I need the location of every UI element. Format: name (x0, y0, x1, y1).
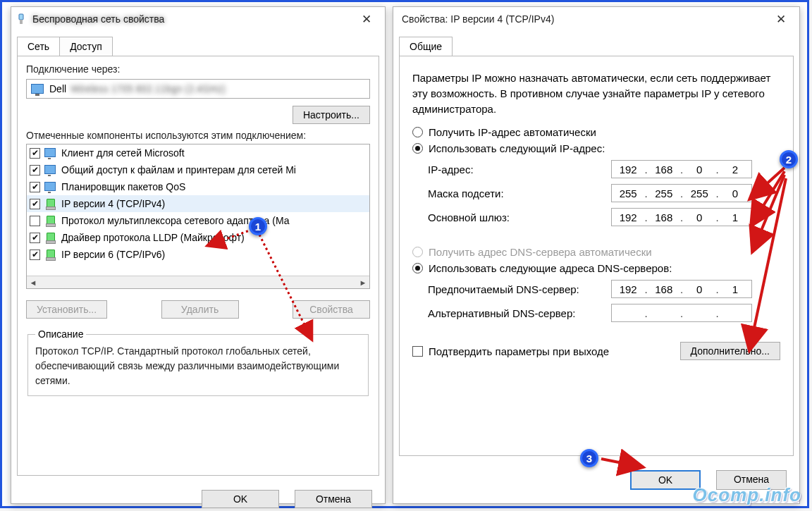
component-label: IP версии 6 (TCP/IPv6) (61, 249, 165, 260)
component-icon (44, 165, 57, 175)
scroll-left-icon[interactable]: ◄ (27, 278, 39, 287)
component-icon (44, 199, 57, 209)
horizontal-scrollbar[interactable]: ◄ ► (27, 276, 369, 288)
dns2-input[interactable]: ... (611, 304, 752, 322)
component-item[interactable]: ✔IP версии 6 (TCP/IPv6) (27, 246, 369, 263)
radio-manual-dns[interactable]: Использовать следующие адреса DNS-сервер… (412, 262, 780, 274)
components-label: Отмеченные компоненты используются этим … (26, 130, 370, 141)
ip-label: IP-адрес: (428, 164, 611, 176)
configure-button[interactable]: Настроить... (293, 106, 370, 124)
gateway-label: Основной шлюз: (428, 211, 611, 223)
component-label: Драйвер протокола LLDP (Майкрософт) (61, 232, 245, 243)
component-icon (44, 182, 57, 192)
checkbox-icon[interactable]: ✔ (30, 165, 40, 176)
description-group: Описание Протокол TCP/IP. Стандартный пр… (27, 328, 369, 396)
component-item[interactable]: Протокол мультиплексора сетевого адаптер… (27, 212, 369, 229)
description-text: Протокол TCP/IP. Стандартный протокол гл… (35, 344, 361, 388)
ok-button[interactable]: OK (202, 490, 279, 508)
ip-address-input[interactable]: 192.168.0.2 (611, 160, 752, 178)
radio-auto-dns: Получить адрес DNS-сервера автоматически (412, 246, 780, 258)
mask-label: Маска подсети: (428, 187, 611, 199)
ipv4-properties-dialog: Свойства: IP версии 4 (TCP/IPv4) ✕ Общие… (393, 6, 800, 504)
ok-button[interactable]: OK (630, 470, 701, 490)
window-title: Беспроводная сеть свойства (32, 13, 352, 25)
component-label: Общий доступ к файлам и принтерам для се… (61, 164, 296, 176)
checkbox-icon (412, 346, 423, 357)
help-text: Параметры IP можно назначать автоматичес… (412, 70, 780, 116)
tab-network[interactable]: Сеть (17, 37, 60, 56)
advanced-button[interactable]: Дополнительно... (680, 342, 780, 360)
radio-auto-ip[interactable]: Получить IP-адрес автоматически (412, 126, 780, 138)
checkbox-icon[interactable]: ✔ (30, 233, 40, 243)
component-icon (44, 148, 57, 158)
connect-via-label: Подключение через: (26, 63, 370, 75)
checkbox-icon[interactable]: ✔ (30, 148, 40, 159)
svg-rect-0 (19, 14, 23, 20)
component-item[interactable]: ✔Драйвер протокола LLDP (Майкрософт) (27, 229, 369, 246)
checkbox-icon[interactable]: ✔ (30, 182, 40, 192)
checkbox-icon[interactable]: ✔ (30, 250, 40, 260)
radio-icon (412, 127, 423, 137)
radio-icon (412, 263, 423, 273)
connection-properties-dialog: Беспроводная сеть свойства ✕ Сеть Доступ… (11, 6, 386, 504)
cancel-button[interactable]: Отмена (295, 490, 372, 508)
properties-button[interactable]: Свойства (293, 300, 370, 319)
watermark: Ocomp.info (693, 484, 801, 506)
subnet-mask-input[interactable]: 255.255.255.0 (611, 184, 752, 202)
radio-icon (412, 247, 423, 257)
component-icon (44, 233, 57, 242)
close-button[interactable]: ✕ (767, 9, 795, 29)
adapter-box[interactable]: Dell Wireless 1705 802.11bgn (2.4GHz) (26, 79, 370, 99)
radio-icon (412, 143, 423, 154)
ipv4-window-title: Свойства: IP версии 4 (TCP/IPv4) (398, 13, 767, 25)
checkbox-icon[interactable]: ✔ (30, 199, 40, 209)
remove-button[interactable]: Удалить (161, 300, 239, 319)
component-item[interactable]: ✔Общий доступ к файлам и принтерам для с… (27, 161, 369, 178)
svg-rect-1 (20, 20, 23, 24)
annotation-3: 3 (580, 449, 598, 467)
description-legend: Описание (35, 328, 86, 340)
annotation-1: 1 (249, 217, 267, 235)
adapter-icon (16, 13, 27, 25)
component-item[interactable]: ✔IP версии 4 (TCP/IPv4) (27, 195, 369, 212)
adapter-name: Dell (49, 83, 66, 94)
install-button[interactable]: Установить... (26, 300, 107, 319)
tab-access[interactable]: Доступ (60, 37, 113, 56)
annotation-2: 2 (780, 150, 798, 168)
dns1-label: Предпочитаемый DNS-сервер: (428, 283, 611, 295)
component-label: Планировщик пакетов QoS (61, 181, 185, 192)
component-icon (44, 250, 57, 259)
checkbox-icon[interactable] (30, 216, 40, 226)
radio-manual-ip[interactable]: Использовать следующий IP-адрес: (412, 142, 780, 154)
dns1-input[interactable]: 192.168.0.1 (611, 280, 752, 298)
component-icon (44, 216, 57, 226)
dns2-label: Альтернативный DNS-сервер: (428, 307, 611, 319)
close-button[interactable]: ✕ (352, 9, 381, 29)
confirm-exit-checkbox[interactable]: Подтвердить параметры при выходе (412, 345, 609, 357)
scroll-right-icon[interactable]: ► (357, 278, 369, 287)
gateway-input[interactable]: 192.168.0.1 (611, 208, 752, 226)
component-item[interactable]: ✔Клиент для сетей Microsoft (27, 144, 369, 161)
component-label: Клиент для сетей Microsoft (61, 147, 185, 159)
component-label: IP версии 4 (TCP/IPv4) (61, 198, 165, 209)
component-item[interactable]: ✔Планировщик пакетов QoS (27, 178, 369, 195)
components-list[interactable]: ✔Клиент для сетей Microsoft✔Общий доступ… (26, 144, 370, 289)
tab-general[interactable]: Общие (399, 37, 453, 56)
adapter-monitor-icon (31, 84, 44, 94)
